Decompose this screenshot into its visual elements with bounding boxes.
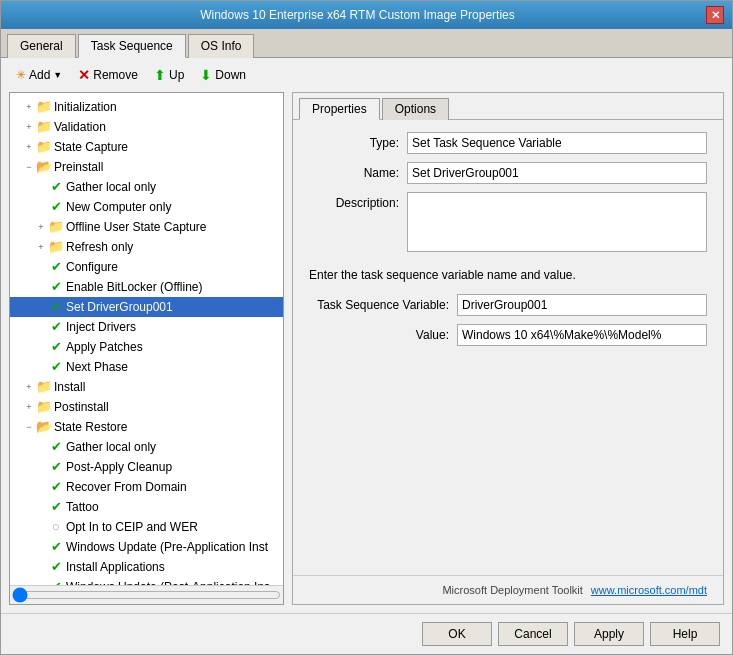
type-row: Type: [309,132,707,154]
tree-item-install[interactable]: + 📁 Install [10,377,283,397]
tsvar-input[interactable] [457,294,707,316]
inner-tab-strip: Properties Options [293,93,723,120]
left-panel: + 📁 Initialization + 📁 Validation + 📁 [9,92,284,605]
horizontal-scrollbar[interactable] [12,588,281,602]
down-button[interactable]: ⬇ Down [193,64,253,86]
tree-item-configure[interactable]: ✔ Configure [10,257,283,277]
expand-icon [34,180,48,194]
check-icon: ✔ [48,459,64,475]
tree-item-validation[interactable]: + 📁 Validation [10,117,283,137]
scrollbar-area [10,585,283,604]
check-icon: ✔ [48,279,64,295]
tree-item-post-apply[interactable]: ✔ Post-Apply Cleanup [10,457,283,477]
tab-general[interactable]: General [7,34,76,58]
expand-icon: + [34,240,48,254]
tree-item-preinstall[interactable]: − 📂 Preinstall [10,157,283,177]
dropdown-arrow-icon: ▼ [53,70,62,80]
tree-item-gather-local[interactable]: ✔ Gather local only [10,177,283,197]
tree-item-state-capture[interactable]: + 📁 State Capture [10,137,283,157]
check-icon: ✔ [48,319,64,335]
expand-icon [34,280,48,294]
tree-item-next-phase[interactable]: ✔ Next Phase [10,357,283,377]
expand-icon [34,200,48,214]
expand-icon: − [22,420,36,434]
folder-icon: 📁 [48,219,64,235]
up-button[interactable]: ⬆ Up [147,64,191,86]
name-input[interactable] [407,162,707,184]
tree-item-tattoo[interactable]: ✔ Tattoo [10,497,283,517]
expand-icon: + [22,140,36,154]
tree-item-install-apps[interactable]: ✔ Install Applications [10,557,283,577]
tree-item-gather-local2[interactable]: ✔ Gather local only [10,437,283,457]
tree-item-apply-patches[interactable]: ✔ Apply Patches [10,337,283,357]
tree-item-opt-ceip[interactable]: ○ Opt In to CEIP and WER [10,517,283,537]
tree-item-recover-domain[interactable]: ✔ Recover From Domain [10,477,283,497]
expand-icon [34,540,48,554]
description-label: Description: [309,192,399,210]
tree-item-inject-drivers[interactable]: ✔ Inject Drivers [10,317,283,337]
expand-icon: + [22,400,36,414]
value-label: Value: [309,324,449,342]
expand-icon [34,440,48,454]
circle-icon: ○ [48,519,64,535]
folder-icon: 📂 [36,419,52,435]
description-textarea[interactable] [407,192,707,252]
tree-item-enable-bitlocker[interactable]: ✔ Enable BitLocker (Offline) [10,277,283,297]
expand-icon [34,500,48,514]
expand-icon [34,460,48,474]
tree-item-new-computer[interactable]: ✔ New Computer only [10,197,283,217]
tree-item-win-update-pre[interactable]: ✔ Windows Update (Pre-Application Inst [10,537,283,557]
check-icon: ✔ [48,359,64,375]
tab-task-sequence[interactable]: Task Sequence [78,34,186,58]
expand-icon: + [22,120,36,134]
check-icon: ✔ [48,179,64,195]
help-button[interactable]: Help [650,622,720,646]
name-label: Name: [309,162,399,180]
tree-area[interactable]: + 📁 Initialization + 📁 Validation + 📁 [10,93,283,585]
check-icon: ✔ [48,339,64,355]
ok-button[interactable]: OK [422,622,492,646]
tree-item-offline-user[interactable]: + 📁 Offline User State Capture [10,217,283,237]
check-icon: ✔ [48,299,64,315]
check-icon: ✔ [48,539,64,555]
expand-icon [34,260,48,274]
tree-item-set-drivergroup[interactable]: ✔ Set DriverGroup001 [10,297,283,317]
expand-icon [34,300,48,314]
tree-item-postinstall[interactable]: + 📁 Postinstall [10,397,283,417]
expand-icon [34,340,48,354]
check-icon: ✔ [48,259,64,275]
right-panel: Properties Options Type: Name: [292,92,724,605]
cancel-button[interactable]: Cancel [498,622,568,646]
expand-icon [34,560,48,574]
expand-icon: + [22,380,36,394]
folder-icon: 📁 [36,399,52,415]
tab-os-info[interactable]: OS Info [188,34,255,58]
expand-icon: + [34,220,48,234]
info-text: Enter the task sequence variable name an… [309,268,707,282]
tree-item-win-update-post[interactable]: ✔ Windows Update (Post-Application Ins [10,577,283,585]
type-label: Type: [309,132,399,150]
description-row: Description: [309,192,707,252]
content-area: ✳ Add ▼ ✕ Remove ⬆ Up ⬇ Down [1,58,732,613]
add-button[interactable]: ✳ Add ▼ [9,65,69,85]
mdt-link[interactable]: www.microsoft.com/mdt [591,584,707,596]
tab-properties[interactable]: Properties [299,98,380,120]
folder-icon: 📁 [36,99,52,115]
expand-icon: + [22,100,36,114]
main-window: Windows 10 Enterprise x64 RTM Custom Ima… [0,0,733,655]
tsvar-label: Task Sequence Variable: [309,294,449,312]
window-title: Windows 10 Enterprise x64 RTM Custom Ima… [9,8,706,22]
tree-item-initialization[interactable]: + 📁 Initialization [10,97,283,117]
type-input[interactable] [407,132,707,154]
tree-item-refresh-only[interactable]: + 📁 Refresh only [10,237,283,257]
value-input[interactable] [457,324,707,346]
tree-item-state-restore[interactable]: − 📂 State Restore [10,417,283,437]
tab-options[interactable]: Options [382,98,449,120]
toolbar: ✳ Add ▼ ✕ Remove ⬆ Up ⬇ Down [1,58,732,92]
check-icon: ✔ [48,199,64,215]
apply-button[interactable]: Apply [574,622,644,646]
remove-button[interactable]: ✕ Remove [71,64,145,86]
dialog-buttons: OK Cancel Apply Help [1,613,732,654]
expand-icon [34,480,48,494]
close-button[interactable]: ✕ [706,6,724,24]
